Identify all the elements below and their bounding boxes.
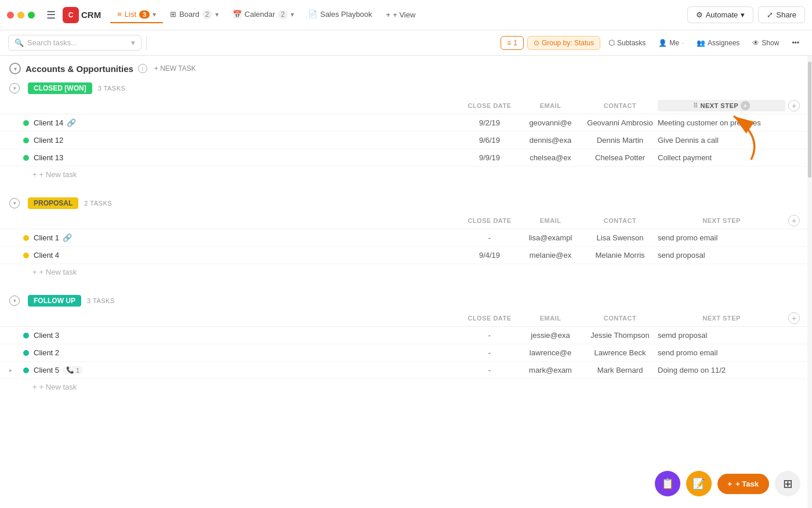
tab-board-label: Board xyxy=(179,10,200,19)
tab-board[interactable]: ⊞ Board 2 ▾ xyxy=(163,6,225,24)
section-collapse-button[interactable]: ▾ xyxy=(9,63,21,74)
plus-icon: + xyxy=(32,383,37,391)
section-header: ▾ Accounts & Opportunities i + NEW TASK xyxy=(0,56,812,79)
add-view-button[interactable]: + + View xyxy=(379,7,423,23)
section-info-icon[interactable]: i xyxy=(138,64,147,73)
task-date: - xyxy=(461,348,519,357)
group-label-follow-up[interactable]: FOLLOW UP xyxy=(28,295,81,307)
task-next-step: send promo email xyxy=(658,348,785,357)
task-contact: Jessie Thompson xyxy=(582,331,658,340)
grid-icon: ⊞ xyxy=(783,477,793,491)
task-email: dennis@exa xyxy=(519,136,582,145)
minimize-window-btn[interactable] xyxy=(17,12,24,19)
subtasks-button[interactable]: ⬡ Subtasks xyxy=(604,36,650,49)
share-icon: ⤢ xyxy=(767,10,773,19)
task-email: lawrence@e xyxy=(519,348,582,357)
scrollbar-thumb[interactable] xyxy=(808,62,811,178)
new-task-row-follow-up[interactable]: + + New task xyxy=(0,379,812,395)
subtasks-icon: ⬡ xyxy=(608,38,615,47)
col-email-header: EMAIL xyxy=(519,102,582,109)
nav-tabs: ≡ List 3 ▾ ⊞ Board 2 ▾ 📅 Calendar 2 ▾ 📄 … xyxy=(110,6,422,24)
task-contact: Lawrence Beck xyxy=(582,348,658,357)
tab-calendar[interactable]: 📅 Calendar 2 ▾ xyxy=(226,6,301,24)
clipboard-fab[interactable]: 📋 xyxy=(655,471,680,496)
filter-button[interactable]: ≡ 1 xyxy=(501,36,524,50)
hamburger-menu-icon[interactable]: ☰ xyxy=(42,6,60,24)
plus-icon: + xyxy=(32,268,37,276)
automate-button[interactable]: ⚙ Automate ▾ xyxy=(687,6,754,23)
tab-sales-playbook[interactable]: 📄 Sales Playbook xyxy=(301,6,379,23)
col-add-header: + xyxy=(785,312,803,324)
plus-icon: + xyxy=(386,10,391,19)
table-row: ▸ Client 5 📞 1 - mark@exam Mark Bernard … xyxy=(0,362,812,379)
scrollbar-track[interactable] xyxy=(807,56,812,508)
col-contact-header: CONTACT xyxy=(582,102,658,109)
task-date: - xyxy=(461,233,519,242)
note-fab[interactable]: 📝 xyxy=(686,471,712,496)
me-button[interactable]: 👤 Me - xyxy=(654,37,688,49)
more-options-button[interactable]: ••• xyxy=(787,37,804,49)
list-icon: ≡ xyxy=(117,10,122,19)
tab-list[interactable]: ≡ List 3 ▾ xyxy=(110,6,163,23)
group-toggle-proposal[interactable]: ▾ xyxy=(9,198,20,208)
calendar-icon: 📅 xyxy=(233,10,242,19)
next-step-add-icon[interactable]: + xyxy=(741,101,750,110)
task-dot xyxy=(23,155,29,161)
task-email: jessie@exa xyxy=(519,331,582,340)
subtask-badge: 📞 1 xyxy=(63,366,83,374)
section-title: Accounts & Opportunities xyxy=(26,64,133,74)
group-toggle-closed-won[interactable]: ▾ xyxy=(9,83,20,93)
new-task-row-closed-won[interactable]: + + New task xyxy=(0,167,812,182)
new-task-fab[interactable]: + + Task xyxy=(717,474,769,494)
show-button[interactable]: 👁 Show xyxy=(748,37,784,49)
group-label-closed-won[interactable]: CLOSED [WON] xyxy=(28,82,92,94)
group-label-proposal[interactable]: PROPOSAL xyxy=(28,197,78,209)
group-by-button[interactable]: ⊙ Group by: Status xyxy=(527,36,600,50)
link-icon[interactable]: 🔗 xyxy=(67,118,76,127)
plus-task-icon: + xyxy=(728,480,733,488)
close-window-btn[interactable] xyxy=(7,12,14,19)
table-row: Client 1 🔗 - lisa@exampl Lisa Swenson se… xyxy=(0,229,812,247)
task-next-step: Collect payment xyxy=(658,153,785,162)
add-column-button[interactable]: + xyxy=(788,312,800,324)
task-dot xyxy=(23,138,29,143)
col-contact-header: CONTACT xyxy=(582,315,658,322)
grid-fab[interactable]: ⊞ xyxy=(775,471,800,496)
group-count-closed-won: 3 TASKS xyxy=(98,85,126,92)
task-dot xyxy=(23,368,29,373)
search-box[interactable]: 🔍 Search tasks... ▾ xyxy=(8,35,142,51)
assignees-icon: 👥 xyxy=(697,39,705,47)
col-email-header: EMAIL xyxy=(519,315,582,322)
group-toggle-follow-up[interactable]: ▾ xyxy=(9,296,20,306)
toolbar-right: ≡ 1 ⊙ Group by: Status ⬡ Subtasks 👤 Me -… xyxy=(501,36,804,50)
col-next-step-header: NEXT STEP xyxy=(658,217,785,224)
col-email-header: EMAIL xyxy=(519,217,582,224)
row-expand[interactable]: ▸ xyxy=(9,367,23,373)
share-button[interactable]: ⤢ Share xyxy=(758,6,805,23)
col-headers-follow-up: CLOSE DATE EMAIL CONTACT NEXT STEP + xyxy=(0,310,812,327)
search-icon: 🔍 xyxy=(14,38,24,47)
maximize-window-btn[interactable] xyxy=(28,12,35,19)
note-icon: 📝 xyxy=(693,477,705,490)
assignees-button[interactable]: 👥 Assignees xyxy=(692,37,744,49)
phone-icon: 📞 xyxy=(66,366,74,374)
task-dot xyxy=(23,253,29,258)
task-email: mark@exam xyxy=(519,366,582,374)
new-task-row-proposal[interactable]: + + New task xyxy=(0,264,812,280)
share-label: Share xyxy=(776,10,796,19)
task-next-step: Meeting customer on premises xyxy=(658,118,785,127)
tab-calendar-label: Calendar xyxy=(245,10,276,19)
task-next-step: semd proposal xyxy=(658,331,785,340)
task-dot xyxy=(23,120,29,126)
link-icon[interactable]: 🔗 xyxy=(63,233,72,242)
col-date-header: CLOSE DATE xyxy=(461,102,519,109)
table-row: Client 4 9/4/19 melanie@ex Melanie Morri… xyxy=(0,247,812,264)
add-column-button[interactable]: + xyxy=(788,100,800,111)
window-controls xyxy=(7,12,35,19)
section-new-task-link[interactable]: + NEW TASK xyxy=(154,64,196,73)
task-name: Client 4 xyxy=(29,251,461,260)
col-add-header: + xyxy=(785,100,803,111)
group-header-follow-up: ▾ FOLLOW UP 3 TASKS xyxy=(0,291,812,310)
add-column-button[interactable]: + xyxy=(788,215,800,226)
col-headers-proposal: CLOSE DATE EMAIL CONTACT NEXT STEP + xyxy=(0,212,812,229)
